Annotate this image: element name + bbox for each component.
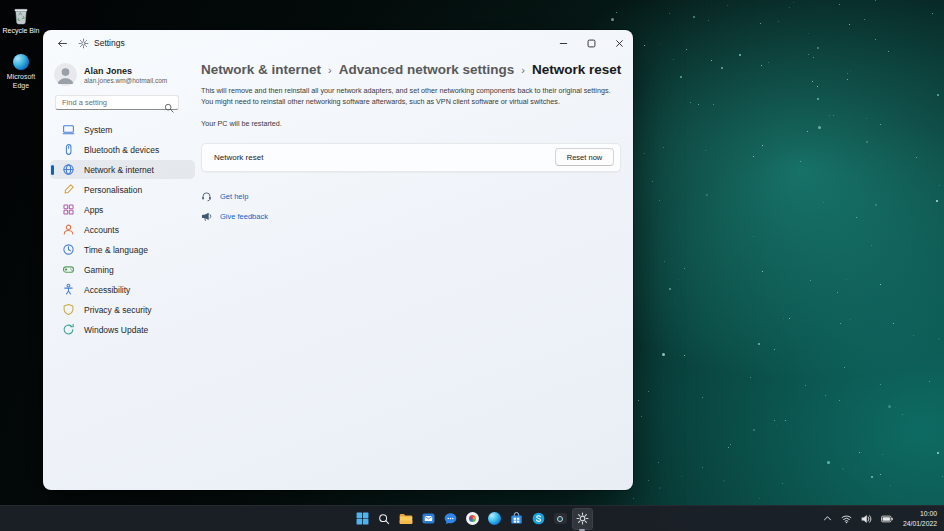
settings-nav: SystemBluetooth & devicesNetwork & inter… (50, 120, 195, 339)
sidebar-item-time-language[interactable]: Time & language (50, 240, 195, 259)
hidden-icons-chevron-icon[interactable] (821, 513, 834, 524)
user-profile[interactable]: Alan Jones alan.jones.wm@hotmail.com (50, 59, 195, 95)
network-internet-icon (62, 163, 75, 176)
taskbar-icons (351, 506, 593, 531)
personalisation-icon (62, 183, 75, 196)
get-help-icon (201, 191, 212, 202)
recycle-bin-icon (2, 6, 40, 25)
windows-update-icon (62, 323, 75, 336)
sidebar-item-apps[interactable]: Apps (50, 200, 195, 219)
content-pane: Network & internet › Advanced network se… (200, 56, 633, 490)
get-help-label[interactable]: Get help (220, 192, 248, 201)
sidebar-item-privacy-security[interactable]: Privacy & security (50, 300, 195, 319)
clock-time: 10:00 (903, 509, 937, 518)
desktop-icon-label: Microsoft Edge (2, 73, 40, 91)
sidebar-item-label: System (84, 125, 112, 135)
window-title: Settings (94, 38, 125, 48)
taskbar-settings-icon[interactable] (572, 508, 593, 530)
sidebar-item-windows-update[interactable]: Windows Update (50, 320, 195, 339)
user-avatar (54, 63, 77, 86)
maximize-button[interactable] (577, 30, 605, 56)
sidebar-item-label: Accounts (84, 225, 119, 235)
reset-now-button[interactable]: Reset now (555, 148, 614, 166)
desktop-icon-label: Recycle Bin (2, 27, 40, 36)
settings-sidebar: Alan Jones alan.jones.wm@hotmail.com Sys… (43, 56, 200, 490)
search-input[interactable] (62, 98, 163, 107)
sidebar-item-bluetooth-devices[interactable]: Bluetooth & devices (50, 140, 195, 159)
search-box[interactable] (55, 95, 179, 110)
page-description: This will remove and then reinstall all … (201, 86, 621, 108)
breadcrumb-network-and-internet[interactable]: Network & internet (201, 62, 321, 77)
desktop: Recycle Bin Microsoft Edge Settings (0, 0, 944, 531)
breadcrumb-separator-icon: › (521, 64, 525, 76)
sidebar-item-label: Apps (84, 205, 103, 215)
accounts-icon (62, 223, 75, 236)
sidebar-item-label: Time & language (84, 245, 148, 255)
network-reset-card: Network reset Reset now (201, 143, 621, 172)
sidebar-item-label: Privacy & security (84, 305, 152, 315)
wifi-icon[interactable] (839, 512, 854, 526)
time-language-icon (62, 243, 75, 256)
taskbar-camera-icon[interactable] (550, 508, 571, 530)
card-label: Network reset (214, 153, 263, 162)
sidebar-item-accessibility[interactable]: Accessibility (50, 280, 195, 299)
taskbar-start-icon[interactable] (352, 508, 373, 530)
sidebar-item-system[interactable]: System (50, 120, 195, 139)
page-title: Network reset (532, 62, 621, 77)
microsoft-edge-icon (2, 52, 40, 71)
accessibility-icon (62, 283, 75, 296)
settings-window: Settings Alan (43, 30, 633, 490)
system-tray: 10:00 24/01/2022 (821, 506, 942, 531)
user-name: Alan Jones (84, 66, 167, 76)
battery-icon[interactable] (879, 513, 895, 525)
taskbar-clock[interactable]: 10:00 24/01/2022 (900, 509, 942, 527)
sidebar-item-label: Windows Update (84, 325, 148, 335)
give-feedback-label[interactable]: Give feedback (220, 212, 268, 221)
get-help-link[interactable]: Get help (201, 191, 248, 202)
sidebar-item-label: Personalisation (84, 185, 142, 195)
breadcrumb: Network & internet › Advanced network se… (201, 62, 621, 77)
feedback-icon (201, 211, 212, 222)
gaming-icon (62, 263, 75, 276)
breadcrumb-advanced-network-settings[interactable]: Advanced network settings (339, 62, 515, 77)
taskbar-chat-icon[interactable] (440, 508, 461, 530)
close-button[interactable] (605, 30, 633, 56)
titlebar[interactable]: Settings (43, 30, 633, 56)
breadcrumb-separator-icon: › (328, 64, 332, 76)
desktop-icon-microsoft-edge[interactable]: Microsoft Edge (2, 52, 40, 91)
settings-app-icon (78, 38, 89, 49)
search-icon (164, 99, 174, 117)
sidebar-item-label: Accessibility (84, 285, 130, 295)
help-links: Get help Give feedback (201, 191, 621, 222)
volume-icon[interactable] (859, 512, 874, 526)
taskbar-mail-icon[interactable] (418, 508, 439, 530)
sidebar-item-accounts[interactable]: Accounts (50, 220, 195, 239)
taskbar: 10:00 24/01/2022 (0, 505, 944, 531)
privacy-security-icon (62, 303, 75, 316)
apps-icon (62, 203, 75, 216)
taskbar-skype-icon[interactable] (528, 508, 549, 530)
restart-note: Your PC will be restarted. (201, 119, 621, 128)
back-button[interactable] (50, 33, 74, 53)
taskbar-search-icon[interactable] (374, 508, 395, 530)
sidebar-item-label: Network & internet (84, 165, 154, 175)
desktop-icon-recycle-bin[interactable]: Recycle Bin (2, 6, 40, 36)
system-icon (62, 123, 75, 136)
give-feedback-link[interactable]: Give feedback (201, 211, 268, 222)
clock-date: 24/01/2022 (903, 519, 937, 528)
taskbar-store-icon[interactable] (506, 508, 527, 530)
window-controls (549, 30, 633, 56)
taskbar-edge-icon[interactable] (484, 508, 505, 530)
user-email: alan.jones.wm@hotmail.com (84, 77, 167, 84)
bluetooth-devices-icon (62, 143, 75, 156)
taskbar-photos-icon[interactable] (462, 508, 483, 530)
sidebar-item-label: Gaming (84, 265, 114, 275)
minimize-button[interactable] (549, 30, 577, 56)
sidebar-item-label: Bluetooth & devices (84, 145, 159, 155)
sidebar-item-network-internet[interactable]: Network & internet (50, 160, 195, 179)
taskbar-file-explorer-icon[interactable] (396, 508, 417, 530)
sidebar-item-gaming[interactable]: Gaming (50, 260, 195, 279)
sidebar-item-personalisation[interactable]: Personalisation (50, 180, 195, 199)
